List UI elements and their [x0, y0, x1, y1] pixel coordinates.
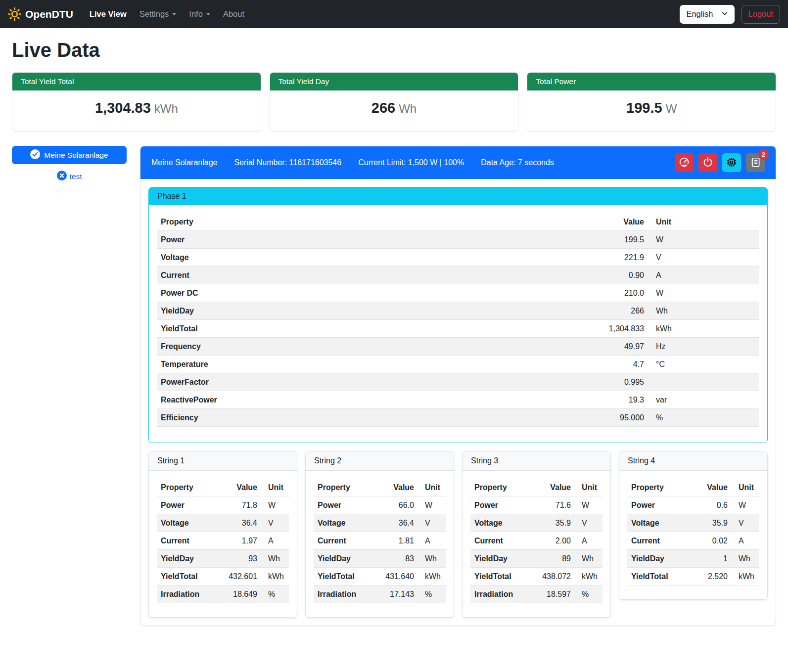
property-cell: YieldTotal — [157, 320, 584, 338]
table-row: YieldTotal1,304.833kWh — [157, 320, 759, 338]
property-cell: YieldDay — [470, 550, 530, 568]
nav-item-info[interactable]: Info — [184, 5, 216, 23]
page-title: Live Data — [12, 39, 776, 61]
unit-cell: kWh — [261, 568, 289, 585]
table-row: Power66.0W — [314, 496, 446, 514]
property-cell: ReactivePower — [157, 391, 584, 409]
unit-cell: V — [418, 514, 446, 532]
property-cell: Irradiation — [157, 585, 217, 603]
chevron-down-icon — [172, 13, 176, 17]
string-card-title: String 1 — [149, 451, 297, 471]
property-cell: YieldTotal — [314, 568, 373, 585]
property-cell: YieldTotal — [157, 568, 217, 585]
value-cell: 18.649 — [217, 585, 261, 603]
phase-panel-title: Phase 1 — [149, 187, 767, 205]
value-cell: 36.4 — [373, 514, 418, 532]
brand[interactable]: OpenDTU — [8, 7, 73, 21]
unit-cell: kWh — [575, 568, 603, 585]
summary-card-title: Total Yield Total — [12, 73, 261, 90]
unit-cell: A — [575, 532, 603, 550]
property-cell: Power — [470, 496, 530, 514]
summary-card-value: 266 — [371, 100, 395, 116]
unit-cell: W — [648, 284, 759, 302]
value-cell: 19.3 — [584, 391, 648, 409]
property-cell: YieldTotal — [470, 568, 530, 585]
nav-item-live-view[interactable]: Live View — [84, 5, 132, 23]
string-card: String 2 Property Value Unit Power66.0WV… — [305, 451, 454, 618]
property-cell: PowerFactor — [157, 373, 584, 391]
string-card: String 4 Property Value Unit Power0.6WVo… — [619, 451, 768, 600]
unit-cell: A — [732, 532, 759, 550]
unit-cell: W — [261, 496, 289, 514]
unit-cell: Wh — [261, 550, 289, 568]
value-cell: 49.97 — [584, 338, 648, 356]
table-row: Irradiation17.143% — [314, 585, 446, 603]
value-cell: 0.90 — [584, 267, 648, 284]
property-cell: Temperature — [157, 356, 584, 373]
table-row: Power71.6W — [470, 496, 603, 514]
column-header-value: Value — [687, 479, 732, 496]
event-log-button[interactable]: 2 — [746, 153, 765, 172]
inverter-card-body: Phase 1 Property Value Unit P — [140, 179, 776, 626]
property-cell: YieldDay — [314, 550, 373, 568]
journal-icon — [750, 157, 761, 169]
value-cell: 438.072 — [530, 568, 575, 585]
value-cell: 0.6 — [687, 496, 732, 514]
summary-card-total-power: Total Power 199.5W — [527, 72, 776, 132]
value-cell: 71.6 — [530, 496, 575, 514]
property-cell: Power — [157, 231, 584, 249]
inverter-card-header: Meine Solaranlage Serial Number: 1161716… — [140, 146, 776, 179]
property-cell: Power — [627, 496, 687, 514]
unit-cell: V — [261, 514, 289, 532]
value-cell: 199.5 — [584, 231, 648, 249]
summary-card-yield-day: Total Yield Day 266Wh — [270, 72, 519, 132]
table-row: Current0.90A — [157, 267, 759, 284]
device-info-button[interactable] — [722, 153, 741, 172]
nav-item-about[interactable]: About — [218, 5, 250, 23]
phase-table: Property Value Unit Power199.5WVoltage22… — [157, 213, 759, 427]
logout-button[interactable]: Logout — [742, 5, 780, 24]
gauge-icon — [679, 157, 690, 169]
table-row: YieldTotal431.640kWh — [314, 568, 446, 585]
table-row: YieldDay266Wh — [157, 302, 759, 320]
table-row: Current1.97A — [157, 532, 289, 550]
table-row: YieldDay93Wh — [157, 550, 289, 568]
language-select[interactable]: English — [680, 5, 734, 24]
string-table: Property Value Unit Power71.6WVoltage35.… — [470, 479, 603, 603]
value-cell: 36.4 — [217, 514, 261, 532]
value-cell: 93 — [217, 550, 261, 568]
value-cell: 431.640 — [373, 568, 418, 585]
summary-card-title: Total Yield Day — [270, 73, 518, 90]
column-header-property: Property — [627, 479, 687, 496]
value-cell: 1,304.833 — [584, 320, 648, 338]
table-header-row: Property Value Unit — [470, 479, 603, 496]
summary-card-yield-total: Total Yield Total 1,304.83kWh — [12, 72, 261, 132]
value-cell: 432.601 — [217, 568, 261, 585]
unit-cell: % — [648, 409, 759, 427]
table-header-row: Property Value Unit — [627, 479, 759, 496]
nav-item-settings[interactable]: Settings — [134, 5, 182, 23]
string-table: Property Value Unit Power66.0WVoltage36.… — [314, 479, 446, 603]
unit-cell: Wh — [418, 550, 446, 568]
table-row: Current1.81A — [314, 532, 446, 550]
inverter-item-test[interactable]: test — [12, 171, 127, 182]
table-row: Power199.5W — [157, 231, 759, 249]
table-row: YieldDay1Wh — [627, 550, 759, 568]
table-row: YieldTotal432.601kWh — [157, 568, 289, 585]
inverter-data-age: Data Age: 7 seconds — [481, 158, 554, 167]
unit-cell: W — [648, 231, 759, 249]
table-row: Power0.6W — [627, 496, 759, 514]
unit-cell: Wh — [732, 550, 759, 568]
string-card: String 3 Property Value Unit Power71.6WV… — [462, 451, 611, 618]
column-header-property: Property — [157, 479, 217, 496]
property-cell: Voltage — [470, 514, 530, 532]
inverter-name: Meine Solaranlage — [151, 158, 217, 167]
table-header-row: Property Value Unit — [157, 479, 289, 496]
unit-cell: Wh — [575, 550, 603, 568]
limit-settings-button[interactable] — [675, 153, 694, 172]
power-icon — [702, 157, 713, 169]
power-toggle-button[interactable] — [698, 153, 717, 172]
inverter-selector-button[interactable]: Meine Solaranlage — [12, 146, 127, 164]
table-row: Voltage221.9V — [157, 249, 759, 267]
inverter-item-test-label: test — [70, 172, 82, 181]
